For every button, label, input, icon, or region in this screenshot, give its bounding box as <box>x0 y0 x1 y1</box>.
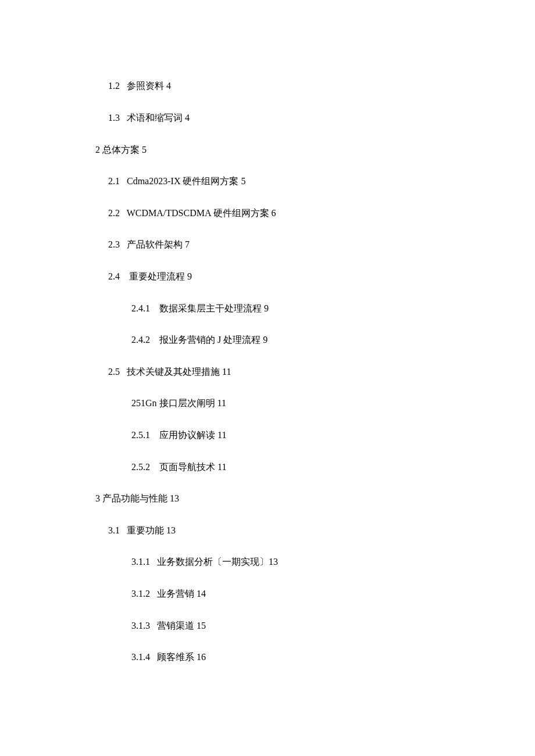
toc-entry: 1.2 参照资料 4 <box>108 80 171 92</box>
toc-subentry: 3.1.3 营销渠道 15 <box>131 620 206 632</box>
toc-entry: 3.1 重要功能 13 <box>108 525 176 537</box>
toc-subentry: 3.1.4 顾客维系 16 <box>131 651 206 664</box>
toc-subentry: 2.4.2 报业务营销的 J 处理流程 9 <box>131 334 268 346</box>
toc-entry: 2.3 产品软件架构 7 <box>108 239 190 251</box>
toc-subentry: 3.1.1 业务数据分析〔一期实现〕13 <box>131 556 278 568</box>
toc-entry: 2.2 WCDMA/TDSCDMA 硬件组网方案 6 <box>108 207 276 220</box>
toc-section-heading: 2 总体方案 5 <box>95 144 147 156</box>
toc-entry: 1.3 术语和缩写词 4 <box>108 112 190 124</box>
toc-subentry: 2.5.2 页面导航技术 11 <box>131 461 226 474</box>
toc-subentry: 2.5.1 应用协议解读 11 <box>131 429 226 442</box>
document-page: 1.2 参照资料 4 1.3 术语和缩写词 4 2 总体方案 5 2.1 Cdm… <box>0 0 535 756</box>
toc-subentry: 251Gn 接口层次阐明 11 <box>131 397 226 410</box>
toc-entry: 2.5 技术关键及其处理措施 11 <box>108 366 231 378</box>
toc-entry: 2.4 重要处理流程 9 <box>108 271 192 283</box>
toc-entry: 2.1 Cdma2023-IX 硬件组网方案 5 <box>108 175 245 188</box>
toc-subentry: 3.1.2 业务营销 14 <box>131 588 206 600</box>
toc-section-heading: 3 产品功能与性能 13 <box>95 493 179 505</box>
toc-subentry: 2.4.1 数据采集层主干处理流程 9 <box>131 303 269 315</box>
